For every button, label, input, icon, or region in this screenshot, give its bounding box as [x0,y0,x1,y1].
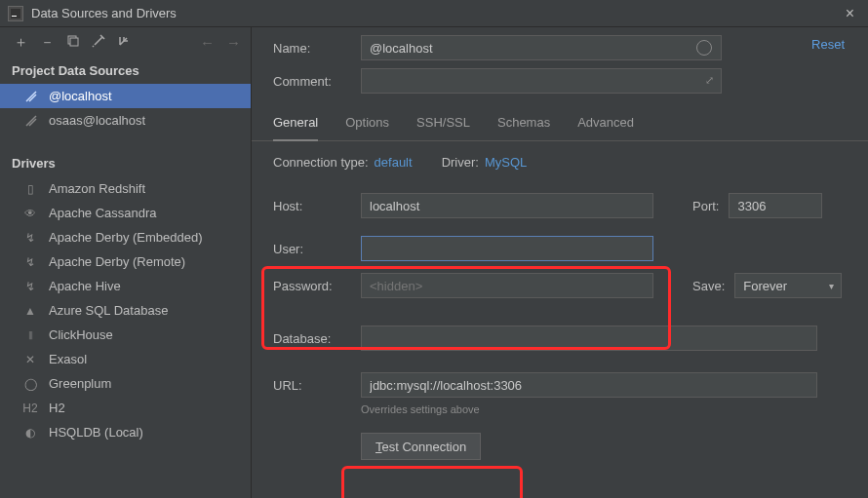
driver-icon: ◯ [21,377,39,391]
datasource-icon [23,90,39,103]
save-label: Save: [692,279,725,293]
driver-item[interactable]: ↯Apache Hive [0,274,251,298]
driver-item[interactable]: ◐HSQLDB (Local) [0,420,251,444]
database-input[interactable] [361,326,817,351]
driver-label: H2 [49,401,65,415]
driver-item[interactable]: H2H2 [0,396,251,420]
driver-item[interactable]: ◯Greenplum [0,371,251,396]
driver-label: Apache Derby (Embedded) [49,230,203,245]
reset-link[interactable]: Reset [811,37,845,52]
url-input[interactable] [361,372,817,398]
settings-button[interactable] [92,34,105,51]
driver-icon: 👁 [21,207,39,220]
tab-options[interactable]: Options [345,109,389,140]
nav-back-button[interactable]: ← [200,34,215,51]
data-sources-header: Project Data Sources [0,59,251,84]
comment-label: Comment: [273,74,351,89]
datasource-icon [23,114,39,128]
sidebar: ＋ － ← → Project Data Sources @localhost … [0,27,252,498]
driver-item[interactable]: ⦀ClickHouse [0,323,251,347]
svg-rect-3 [70,38,78,46]
data-source-item[interactable]: @localhost [0,84,251,108]
user-input[interactable] [361,236,653,261]
driver-icon: ↯ [21,255,39,269]
driver-icon: ◐ [21,426,39,440]
driver-label: Greenplum [49,376,111,391]
driver-item[interactable]: ↯Apache Derby (Remote) [0,249,251,274]
driver-icon: ↯ [21,231,39,245]
database-label: Database: [273,331,351,346]
driver-item[interactable]: ▲Azure SQL Database [0,298,251,323]
driver-label: ClickHouse [49,327,113,342]
status-indicator-icon [696,40,712,56]
drivers-header: Drivers [0,152,251,176]
driver-icon: ↯ [21,280,39,293]
tab-schemas[interactable]: Schemas [497,109,550,140]
url-label: URL: [273,378,351,393]
port-input[interactable] [729,193,822,218]
driver-label: Apache Derby (Remote) [49,254,185,269]
host-label: Host: [273,199,351,213]
name-label: Name: [273,41,351,56]
driver-icon: ✕ [21,353,39,366]
app-logo-icon [8,6,23,21]
data-source-label: osaas@localhost [49,113,145,128]
driver-label: Apache Hive [49,279,121,293]
data-source-label: @localhost [49,89,112,103]
nav-forward-button[interactable]: → [226,34,241,51]
driver-label: Exasol [49,352,87,366]
driver-label: Amazon Redshift [49,181,145,196]
title-bar: Data Sources and Drivers × [0,0,868,27]
url-hint: Overrides settings above [252,402,868,415]
tab-general[interactable]: General [273,109,318,141]
tabs-bar: General Options SSH/SSL Schemas Advanced [252,103,868,141]
expand-icon[interactable]: ⤢ [705,74,714,87]
test-connection-button[interactable]: Test Connection [361,433,481,460]
driver-label: Azure SQL Database [49,303,168,318]
driver-icon: H2 [21,402,39,415]
copy-button[interactable] [66,34,80,51]
host-input[interactable] [361,193,653,218]
svg-rect-0 [11,9,20,19]
driver-icon: ▯ [21,182,39,196]
password-input[interactable] [361,273,653,298]
connection-type-label: Connection type: [273,155,369,170]
save-select[interactable] [734,273,842,298]
window-title: Data Sources and Drivers [31,6,840,20]
driver-item[interactable]: ▯Amazon Redshift [0,176,251,201]
name-input[interactable] [361,35,722,60]
svg-rect-1 [12,16,17,17]
password-label: Password: [273,279,351,293]
tab-advanced[interactable]: Advanced [577,109,634,140]
driver-label: Driver: [442,155,479,170]
driver-label: Apache Cassandra [49,206,157,220]
driver-label: HSQLDB (Local) [49,425,143,440]
highlight-test-connection [341,466,523,498]
driver-icon: ⦀ [21,328,39,342]
add-button[interactable]: ＋ [14,33,28,52]
driver-item[interactable]: 👁Apache Cassandra [0,201,251,225]
port-label: Port: [692,199,719,213]
driver-item[interactable]: ✕Exasol [0,347,251,371]
driver-icon: ▲ [21,304,39,318]
driver-link[interactable]: MySQL [485,155,527,170]
content-panel: Reset Name: Comment: ⤢ General Options S… [252,27,868,498]
remove-button[interactable]: － [40,33,55,52]
data-source-item[interactable]: osaas@localhost [0,108,251,133]
user-label: User: [273,242,351,256]
tab-sshssl[interactable]: SSH/SSL [416,109,470,140]
driver-item[interactable]: ↯Apache Derby (Embedded) [0,225,251,249]
revert-button[interactable] [117,34,131,51]
close-button[interactable]: × [840,5,860,22]
comment-input[interactable] [361,68,722,94]
connection-type-link[interactable]: default [375,155,413,170]
sidebar-toolbar: ＋ － ← → [0,27,251,59]
